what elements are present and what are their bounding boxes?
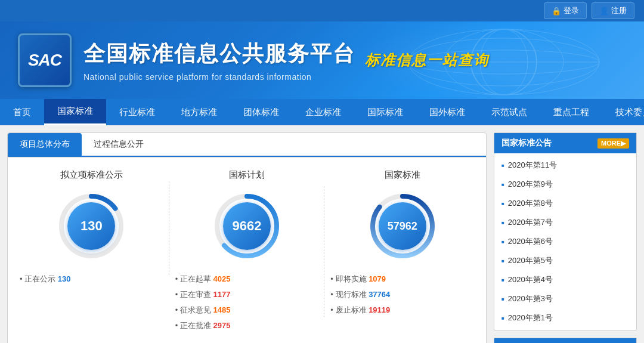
circle-standard: 57962 [367,190,438,262]
nav-item-demo[interactable]: 示范试点 [478,99,540,125]
right-section-business-header: 业务系统 MORE▶ [494,338,636,343]
header-title-area: 全国标准信息公共服务平台 National public service pla… [83,39,355,82]
list-item[interactable]: 2020年第1号 [494,308,636,327]
right-section-notice-header: 国家标准公告 MORE▶ [494,133,636,153]
circle-center-plan: 9662 [223,202,271,250]
detail-value-gongshi: 130 [58,274,71,283]
nav-item-industry[interactable]: 行业标准 [106,99,168,125]
header-slogan: 标准信息一站查询 [365,51,489,70]
circle-number-proposal: 130 [67,202,115,250]
tab-header: 项目总体分布 过程信息公开 [8,133,486,157]
list-item[interactable]: 2020年第4号 [494,270,636,289]
stat-block-standard: 国家标准 57962 [324,169,480,318]
stat-details-plan: • 正在起草 4025 • 正在审查 1177 • 征求意见 1485 • 正在… [169,271,325,333]
detail-value-review: 1177 [213,290,230,299]
nav-item-group[interactable]: 团体标准 [230,99,292,125]
circle-number-plan: 9662 [223,202,271,250]
tab-container: 项目总体分布 过程信息公开 [7,132,487,157]
list-item[interactable]: 2020年第5号 [494,251,636,270]
nav-item-home[interactable]: 首页 [0,99,44,125]
nav-item-tech[interactable]: 技术委员会 [602,99,644,125]
detail-value-consult: 1485 [213,305,230,314]
main-nav: 首页 国家标准 行业标准 地方标准 团体标准 企业标准 国际标准 国外标准 示范… [0,99,644,125]
nav-item-international[interactable]: 国际标准 [354,99,416,125]
login-label: 登录 [564,5,579,16]
notice-section-title: 国家标准公告 [501,138,552,149]
circle-proposal: 130 [55,190,127,262]
circle-center-standard: 57962 [379,202,426,250]
detail-label: • 正在公示 [20,274,58,283]
detail-row-draft: • 正在起草 4025 [175,271,319,287]
left-panel: 项目总体分布 过程信息公开 拟立项标准公示 [7,132,487,343]
detail-row-current: • 现行标准 37764 [330,287,474,302]
detail-value-draft: 4025 [213,274,230,283]
stat-details-standard: • 即将实施 1079 • 现行标准 37764 • 废止标准 19119 [324,271,480,318]
stats-section: 拟立项标准公示 130 [7,157,487,343]
detail-row-review: • 正在审查 1177 [175,287,319,302]
nav-item-key[interactable]: 重点工程 [540,99,602,125]
user-icon: 👤 [599,7,609,16]
tab-process-info[interactable]: 过程信息公开 [82,133,156,156]
stat-block-proposal: 拟立项标准公示 130 [14,169,169,287]
detail-row-upcoming: • 即将实施 1079 [330,271,474,287]
stat-details-proposal: • 正在公示 130 [14,271,169,287]
detail-value-approve: 2975 [213,321,230,330]
tab-project-distribution[interactable]: 项目总体分布 [8,133,82,156]
circle-center-proposal: 130 [67,202,115,250]
stat-title-plan: 国标计划 [229,169,265,181]
lock-icon: 🔒 [552,7,561,16]
sac-logo: SAC [18,33,72,87]
top-bar: 🔒 登录 👤 注册 [0,0,644,21]
list-item[interactable]: 2020年第3号 [494,289,636,308]
stat-title-proposal: 拟立项标准公示 [60,169,123,181]
register-label: 注册 [611,5,627,16]
notice-more-btn[interactable]: MORE▶ [597,138,629,149]
list-item[interactable]: 2020年第7号 [494,213,636,232]
header-title-en: National public service platform for sta… [83,72,355,82]
detail-value-abolished: 19119 [369,305,390,314]
list-item[interactable]: 2020年第11号 [494,156,636,175]
stat-title-standard: 国家标准 [385,169,420,181]
nav-item-national[interactable]: 国家标准 [44,99,106,125]
right-panel: 国家标准公告 MORE▶ 2020年第11号 2020年第9号 2020年第8号… [494,132,637,343]
stat-block-plan: 国标计划 9662 [169,169,325,333]
nav-item-foreign[interactable]: 国外标准 [416,99,478,125]
notice-list: 2020年第11号 2020年第9号 2020年第8号 2020年第7号 202… [494,153,636,330]
main-content: 项目总体分布 过程信息公开 拟立项标准公示 [0,125,644,343]
list-item[interactable]: 2020年第9号 [494,175,636,194]
list-item[interactable]: 2020年第6号 [494,232,636,251]
detail-row-approve: • 正在批准 2975 [175,318,319,333]
list-item[interactable]: 2020年第8号 [494,194,636,213]
detail-row-consult: • 征求意见 1485 [175,302,319,318]
circle-number-standard: 57962 [379,202,426,250]
detail-value-upcoming: 1079 [369,274,386,283]
right-section-business: 业务系统 MORE▶ [494,338,637,343]
circle-plan: 9662 [211,190,283,262]
detail-value-current: 37764 [369,290,390,299]
logo-text: SAC [28,51,61,70]
right-section-notice: 国家标准公告 MORE▶ 2020年第11号 2020年第9号 2020年第8号… [494,132,637,330]
nav-item-enterprise[interactable]: 企业标准 [292,99,354,125]
register-button[interactable]: 👤 注册 [592,2,634,19]
detail-row-abolished: • 废止标准 19119 [330,302,474,318]
header-title-cn: 全国标准信息公共服务平台 [83,39,355,69]
login-button[interactable]: 🔒 登录 [544,2,587,19]
header: SAC 全国标准信息公共服务平台 National public service… [0,21,644,99]
nav-item-local[interactable]: 地方标准 [168,99,230,125]
